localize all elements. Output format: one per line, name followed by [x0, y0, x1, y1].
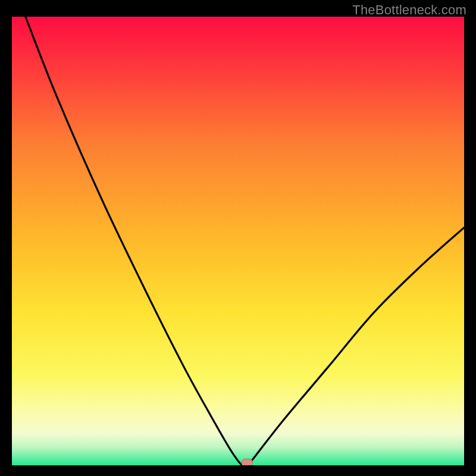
plot-area [12, 17, 464, 465]
gradient-background [12, 17, 464, 465]
watermark-text: TheBottleneck.com [352, 2, 466, 18]
chart-svg [12, 17, 464, 465]
chart-frame: TheBottleneck.com [0, 0, 476, 476]
minimum-marker [242, 459, 252, 465]
